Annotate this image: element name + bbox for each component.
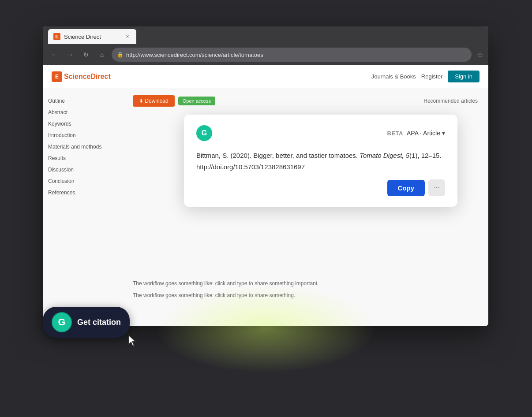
chevron-down-icon: ▾ [442,130,445,137]
article-main: ⬇ Download Open access Recommended artic… [122,88,488,326]
article-top-bar: ⬇ Download Open access Recommended artic… [133,95,478,107]
sidebar-item-introduction[interactable]: Introduction [48,130,116,141]
home-button[interactable]: ⌂ [96,48,108,61]
sd-header: E ScienceDirect Journals & Books Registe… [43,65,488,88]
sidebar-item-materials[interactable]: Materials and methods [48,141,116,153]
citation-text: Bittman, S. (2020). Bigger, better, and … [196,150,445,172]
citation-text-after: (1), 12–15. [409,152,442,159]
url-display: http://www.sciencedirect.com/science/art… [126,52,263,58]
citation-doi: http://doi.org/10.5703/123828631697 [196,163,305,171]
article-area: Outline Abstract Keywords Introduction M… [43,88,488,326]
sidebar-item-abstract[interactable]: Abstract [48,107,116,118]
sd-logo-text: ScienceDirect [64,73,111,81]
popup-actions: Copy ··· [196,179,445,196]
sidebar-item-discussion[interactable]: Discussion [48,164,116,175]
sd-logo: E ScienceDirect [52,71,111,82]
get-citation-button[interactable]: G Get citation [43,307,130,338]
article-body-text-1: The workflow goes something like: click … [133,279,478,288]
cursor [128,335,137,349]
sidebar-item-keywords[interactable]: Keywords [48,118,116,130]
register-link[interactable]: Register [421,73,442,80]
action-group: Copy ··· [387,179,446,196]
tab-close-button[interactable]: × [124,33,131,40]
browser-tab[interactable]: E Science Direct × [48,29,136,44]
download-button[interactable]: ⬇ Download [133,95,175,107]
refresh-button[interactable]: ↻ [80,48,92,61]
sidebar-item-outline[interactable]: Outline [48,95,116,107]
journals-books-link[interactable]: Journals & Books [371,73,416,80]
bookmark-button[interactable]: ☆ [477,51,483,59]
back-button[interactable]: ← [48,48,60,61]
sidebar-item-conclusion[interactable]: Conclusion [48,175,116,187]
tab-title: Science Direct [64,34,120,40]
citation-text-italic: Tomato Digest, 5 [360,152,409,159]
more-options-button[interactable]: ··· [428,179,445,196]
lock-icon: 🔒 [117,52,124,58]
citation-popup: G BETA APA · Article ▾ Bittman, S. (202 [184,115,457,207]
popup-header: G BETA APA · Article ▾ [196,125,445,141]
get-citation-g-logo: G [52,312,72,332]
forward-button[interactable]: → [64,48,76,61]
access-badge: Open access [178,97,215,105]
tab-favicon: E [53,33,60,40]
citation-text-before: Bittman, S. (2020). Bigger, better, and … [196,152,360,159]
browser-chrome: E Science Direct × [43,26,488,44]
browser-window: E Science Direct × ← → ↻ ⌂ 🔒 http://www.… [43,26,488,326]
address-bar[interactable]: 🔒 http://www.sciencedirect.com/science/a… [112,48,472,62]
page-content: E ScienceDirect Journals & Books Registe… [43,65,488,326]
browser-toolbar: ← → ↻ ⌂ 🔒 http://www.sciencedirect.com/s… [43,44,488,65]
beta-badge: BETA [387,130,403,137]
sidebar-item-results[interactable]: Results [48,153,116,164]
citation-style-selector[interactable]: APA · Article ▾ [407,130,445,137]
article-sidebar: Outline Abstract Keywords Introduction M… [43,88,122,326]
sd-nav-right: Journals & Books Register Sign in [371,71,480,82]
copy-button[interactable]: Copy [387,180,425,196]
sd-logo-icon: E [52,71,62,82]
sidebar-item-references[interactable]: References [48,187,116,198]
popup-header-right: BETA APA · Article ▾ [387,130,445,137]
grammarly-logo: G [196,125,212,141]
recommended-articles-label: Recommended articles [423,98,478,104]
get-citation-label: Get citation [77,318,121,327]
article-body-text-2: The workflow goes something like: click … [133,291,478,300]
signin-button[interactable]: Sign in [448,71,480,82]
citation-style-label: APA · Article [407,130,440,137]
